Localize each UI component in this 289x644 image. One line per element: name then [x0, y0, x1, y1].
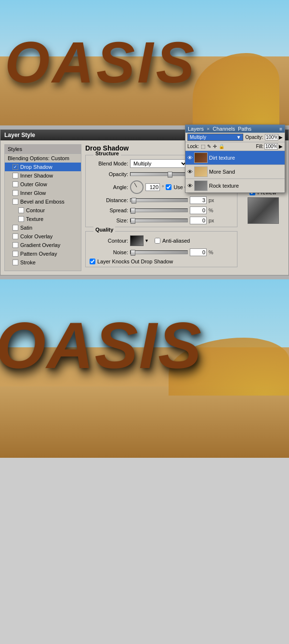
stroke-checkbox[interactable]: [13, 260, 18, 265]
style-item-drop-shadow[interactable]: ✓ Drop Shadow: [5, 163, 81, 171]
lock-all-icon[interactable]: 🔒: [219, 144, 224, 149]
size-slider[interactable]: [130, 219, 188, 222]
spread-row: Spread: %: [90, 206, 233, 214]
bevel-emboss-checkbox[interactable]: [13, 199, 18, 205]
stroke-label: Stroke: [20, 260, 36, 265]
style-item-texture[interactable]: Texture: [5, 215, 81, 223]
contour-dropdown-icon[interactable]: ▼: [144, 238, 149, 243]
angle-input[interactable]: [145, 183, 160, 191]
style-item-color-overlay[interactable]: Color Overlay: [5, 232, 81, 241]
satin-label: Satin: [20, 225, 32, 231]
noise-label: Noise:: [90, 249, 128, 255]
contour-preview[interactable]: [130, 235, 144, 246]
channels-tab[interactable]: Channels: [212, 126, 235, 132]
size-thumb[interactable]: [131, 218, 135, 224]
lock-row: Lock: ⬚ ✎ ✛ 🔒 Fill: ▶: [185, 142, 285, 151]
anti-alias-checkbox[interactable]: [155, 238, 160, 244]
noise-input[interactable]: [190, 248, 207, 256]
layer-visibility-eye[interactable]: 👁: [187, 155, 193, 161]
lock-position-icon[interactable]: ✛: [213, 144, 217, 149]
style-item-pattern-overlay[interactable]: Pattern Overlay: [5, 249, 81, 258]
layer-item-sand[interactable]: 👁 More Sand: [185, 165, 285, 179]
angle-degree: °: [162, 184, 164, 190]
size-label: Size:: [90, 218, 128, 223]
paths-tab[interactable]: Paths: [238, 126, 251, 132]
quality-label: Quality: [93, 227, 115, 233]
layer-visibility-eye-2[interactable]: 👁: [187, 169, 193, 175]
lock-image-icon[interactable]: ✎: [207, 144, 211, 149]
layer-name-dirt: Dirt texture: [209, 155, 235, 161]
layers-panel-titlebar: Layers × Channels Paths ≡: [185, 125, 285, 133]
drop-shadow-checkbox[interactable]: ✓: [13, 164, 18, 170]
top-section: OASIS Layers × Channels Paths ≡ Multiply…: [0, 0, 289, 125]
layer-item-dirt[interactable]: 👁 Dirt texture: [185, 151, 285, 165]
spread-input[interactable]: [190, 206, 207, 214]
opacity-slider[interactable]: [130, 172, 188, 176]
blending-options[interactable]: Blending Options: Custom: [5, 154, 81, 163]
oasis-text-top: OASIS: [5, 29, 197, 96]
bevel-emboss-label: Bevel and Emboss: [20, 199, 65, 205]
contour-row: Contour: ▼ Anti-aliased: [90, 235, 233, 246]
blend-mode-select-ds[interactable]: Multiply: [130, 159, 188, 168]
style-item-satin[interactable]: Satin: [5, 223, 81, 232]
opacity-input[interactable]: [265, 134, 278, 140]
gradient-overlay-label: Gradient Overlay: [20, 242, 60, 248]
style-item-stroke[interactable]: Stroke: [5, 258, 81, 267]
texture-checkbox[interactable]: [18, 216, 24, 222]
style-item-bevel-emboss[interactable]: Bevel and Emboss: [5, 197, 81, 206]
outer-glow-checkbox[interactable]: [13, 181, 18, 187]
opacity-thumb[interactable]: [168, 172, 172, 178]
texture-label: Texture: [26, 216, 43, 222]
style-item-gradient-overlay[interactable]: Gradient Overlay: [5, 241, 81, 249]
color-overlay-checkbox[interactable]: [13, 233, 18, 239]
lock-transparent-icon[interactable]: ⬚: [201, 144, 205, 149]
inner-glow-checkbox[interactable]: [13, 190, 18, 196]
opacity-stepper[interactable]: ▶: [279, 135, 283, 140]
fill-stepper[interactable]: ▶: [279, 144, 283, 149]
bottom-canvas-image: OASIS: [0, 279, 289, 458]
layers-menu-icon[interactable]: ≡: [279, 126, 282, 132]
spread-thumb[interactable]: [131, 208, 135, 214]
style-item-contour[interactable]: Contour: [5, 206, 81, 215]
distance-thumb[interactable]: [131, 198, 136, 204]
size-row: Size: px: [90, 217, 233, 224]
noise-slider[interactable]: [130, 250, 188, 254]
style-item-outer-glow[interactable]: Outer Glow: [5, 180, 81, 189]
size-input[interactable]: [190, 217, 207, 224]
inner-shadow-label: Inner Shadow: [20, 173, 53, 178]
spread-slider[interactable]: [130, 208, 188, 212]
distance-slider[interactable]: [130, 198, 188, 202]
size-unit: px: [209, 218, 214, 223]
layer-knocks-checkbox[interactable]: [90, 259, 95, 264]
distance-input[interactable]: [190, 196, 207, 204]
noise-thumb[interactable]: [131, 250, 135, 256]
gradient-overlay-checkbox[interactable]: [13, 242, 18, 248]
style-item-inner-glow[interactable]: Inner Glow: [5, 189, 81, 197]
spread-unit: %: [209, 207, 213, 213]
layer-visibility-eye-3[interactable]: 👁: [187, 183, 193, 189]
structure-label: Structure: [93, 151, 121, 156]
layer-knocks-label: Layer Knocks Out Drop Shadow: [90, 259, 173, 264]
dialog-title: Layer Style: [4, 132, 35, 138]
use-global-light-checkbox[interactable]: [166, 184, 171, 190]
angle-dial[interactable]: [130, 180, 144, 194]
pattern-overlay-label: Pattern Overlay: [20, 251, 57, 257]
contour-checkbox[interactable]: [18, 207, 24, 213]
styles-header[interactable]: Styles: [5, 145, 81, 154]
preview-thumbnail: [248, 197, 279, 224]
blend-mode-select[interactable]: Multiply ▼: [187, 134, 243, 141]
blend-mode-label-ds: Blend Mode:: [90, 161, 128, 166]
pattern-overlay-checkbox[interactable]: [13, 251, 18, 257]
distance-row: Distance: px: [90, 196, 233, 204]
fill-input[interactable]: [264, 143, 278, 150]
preview-area: Preview: [241, 190, 285, 224]
style-item-inner-shadow[interactable]: Inner Shadow: [5, 171, 81, 180]
distance-label: Distance:: [90, 197, 128, 203]
layer-item-rock[interactable]: 👁 Rock texture: [185, 179, 285, 192]
layers-tab-active[interactable]: Layers: [188, 126, 204, 132]
quality-section: Quality Contour: ▼ Anti-aliased: [85, 231, 237, 267]
inner-shadow-checkbox[interactable]: [13, 173, 18, 178]
top-canvas-image: OASIS: [0, 0, 289, 125]
anti-alias-label: Anti-aliased: [155, 238, 190, 244]
satin-checkbox[interactable]: [13, 225, 18, 231]
